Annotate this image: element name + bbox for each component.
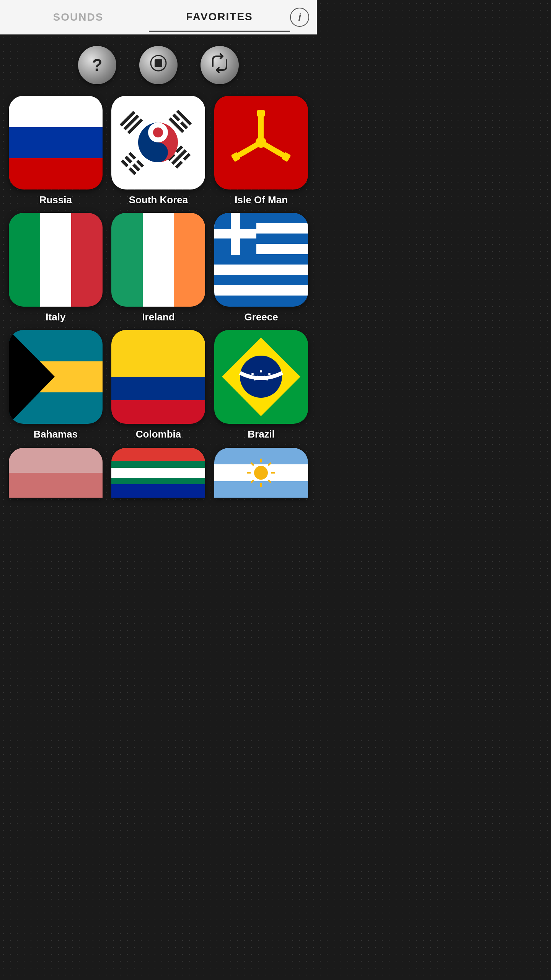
flag-card-isle-of-man <box>214 96 308 189</box>
flag-card-bahamas <box>9 330 103 424</box>
svg-rect-41 <box>111 213 143 307</box>
flag-item-ireland[interactable]: Ireland <box>111 213 207 323</box>
flag-item-partial3[interactable] <box>213 448 309 498</box>
flag-card-partial3 <box>214 448 308 498</box>
repeat-button[interactable] <box>201 46 239 84</box>
svg-rect-2 <box>9 96 103 127</box>
favorites-tab[interactable]: FAVORITES <box>149 3 290 32</box>
svg-rect-57 <box>111 400 205 424</box>
svg-rect-38 <box>9 213 40 307</box>
svg-rect-56 <box>111 377 205 400</box>
flag-card-partial1 <box>9 448 103 498</box>
flag-label-isle-of-man: Isle Of Man <box>235 194 288 206</box>
svg-rect-39 <box>40 213 71 307</box>
flag-item-bahamas[interactable]: Bahamas <box>8 330 104 440</box>
flag-card-italy <box>9 213 103 307</box>
svg-point-25 <box>153 127 163 137</box>
partial-flags-row <box>0 448 317 501</box>
flag-card-brazil <box>214 330 308 424</box>
svg-rect-43 <box>174 213 205 307</box>
svg-rect-42 <box>143 213 174 307</box>
help-button[interactable]: ? <box>78 46 116 84</box>
svg-rect-69 <box>9 448 103 473</box>
flag-card-south-korea <box>111 96 205 189</box>
app-header: SOUNDS FAVORITES i <box>0 0 317 34</box>
flag-item-greece[interactable]: Greece <box>213 213 309 323</box>
flag-label-italy: Italy <box>46 311 65 323</box>
flag-card-colombia <box>111 330 205 424</box>
flag-item-partial1[interactable] <box>8 448 104 498</box>
repeat-icon <box>210 53 230 77</box>
flag-item-brazil[interactable]: Brazil <box>213 330 309 440</box>
flag-label-south-korea: South Korea <box>129 194 188 206</box>
flag-card-ireland <box>111 213 205 307</box>
svg-point-79 <box>254 466 268 480</box>
svg-rect-55 <box>111 330 205 377</box>
flag-item-isle-of-man[interactable]: Isle Of Man <box>213 96 309 206</box>
flag-item-partial2[interactable] <box>111 448 207 498</box>
svg-rect-76 <box>111 468 205 478</box>
controls-row: ? <box>0 34 317 92</box>
svg-rect-40 <box>71 213 103 307</box>
flag-label-russia: Russia <box>39 194 72 206</box>
svg-point-37 <box>256 137 266 148</box>
svg-rect-73 <box>111 448 205 461</box>
flags-grid: Russia <box>0 92 317 448</box>
svg-point-26 <box>153 147 163 157</box>
svg-point-64 <box>257 376 259 378</box>
svg-rect-30 <box>258 119 264 124</box>
flag-label-bahamas: Bahamas <box>34 428 78 440</box>
svg-rect-47 <box>214 265 308 275</box>
svg-point-65 <box>264 376 266 378</box>
svg-point-61 <box>251 373 254 375</box>
flag-label-greece: Greece <box>245 311 278 323</box>
svg-rect-29 <box>257 110 265 117</box>
flag-label-brazil: Brazil <box>248 428 275 440</box>
flag-item-colombia[interactable]: Colombia <box>111 330 207 440</box>
svg-rect-51 <box>214 229 256 238</box>
info-icon: i <box>298 11 301 23</box>
svg-rect-4 <box>9 158 103 189</box>
svg-rect-3 <box>9 127 103 158</box>
flag-label-ireland: Ireland <box>142 311 174 323</box>
sounds-tab[interactable]: SOUNDS <box>8 3 149 31</box>
info-button[interactable]: i <box>290 8 309 27</box>
stop-button[interactable] <box>139 46 178 84</box>
flag-item-italy[interactable]: Italy <box>8 213 104 323</box>
svg-rect-48 <box>214 285 308 296</box>
stop-icon <box>149 54 168 76</box>
svg-point-62 <box>260 370 262 372</box>
svg-rect-74 <box>111 484 205 498</box>
flag-label-colombia: Colombia <box>136 428 181 440</box>
flag-card-greece <box>214 213 308 307</box>
flag-item-russia[interactable]: Russia <box>8 96 104 206</box>
flag-card-partial2 <box>111 448 205 498</box>
flag-card-russia <box>9 96 103 189</box>
question-icon: ? <box>92 56 103 75</box>
svg-rect-1 <box>155 59 162 67</box>
svg-point-63 <box>268 373 271 375</box>
flag-item-south-korea[interactable]: South Korea <box>111 96 207 206</box>
svg-point-67 <box>266 379 268 381</box>
svg-point-66 <box>254 379 256 381</box>
